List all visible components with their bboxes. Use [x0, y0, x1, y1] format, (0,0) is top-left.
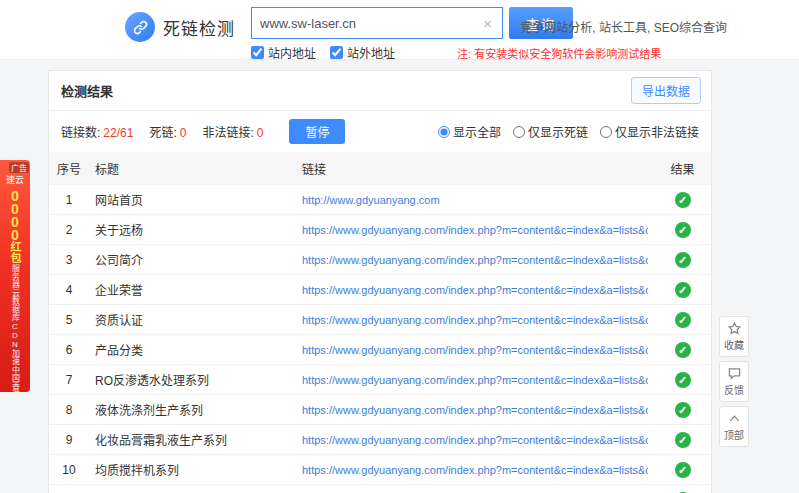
feedback-bubble-icon — [728, 367, 741, 380]
star-icon — [728, 322, 741, 335]
row-number: 11 — [49, 485, 89, 493]
table-row: 3 公司简介 https://www.gdyuanyang.com/index.… — [49, 245, 711, 275]
ad-line: 服务器 — [10, 264, 21, 288]
filter-dead-only[interactable]: 仅显示死链 — [513, 123, 588, 140]
row-number: 6 — [49, 335, 89, 365]
url-input-box: × — [251, 7, 503, 39]
feedback-label: 反馈 — [724, 382, 744, 397]
row-number: 3 — [49, 245, 89, 275]
success-check-icon: ✓ — [675, 432, 691, 448]
app-logo: 死链检测 — [125, 12, 235, 42]
export-data-button[interactable]: 导出数据 — [631, 77, 701, 104]
checkbox-internal-address[interactable]: 站内地址 — [251, 44, 316, 61]
row-number: 9 — [49, 425, 89, 455]
col-header-no: 序号 — [49, 152, 89, 185]
row-link[interactable]: https://www.gdyuanyang.com/index.php?m=c… — [302, 314, 648, 326]
table-header-row: 序号 标题 链接 结果 — [49, 152, 711, 185]
nav-separator: , — [592, 21, 599, 35]
results-panel: 检测结果 导出数据 链接数:22/61 死链:0 非法链接:0 暂停 显示全部 … — [48, 70, 712, 493]
row-link[interactable]: https://www.gdyuanyang.com/index.php?m=c… — [302, 374, 648, 386]
row-title: 公司简介 — [89, 245, 296, 275]
row-title: RO反渗透水处理系列 — [89, 365, 296, 395]
row-link[interactable]: https://www.gdyuanyang.com/index.php?m=c… — [302, 254, 648, 266]
internal-address-checkbox[interactable] — [251, 46, 264, 59]
nav-separator: , — [647, 21, 654, 35]
links-count: 链接数:22/61 — [61, 123, 133, 140]
success-check-icon: ✓ — [675, 342, 691, 358]
success-check-icon: ✓ — [675, 282, 691, 298]
back-to-top-button[interactable]: 顶部 — [719, 406, 749, 447]
row-title: 资质认证 — [89, 305, 296, 335]
row-number: 8 — [49, 395, 89, 425]
row-link[interactable]: https://www.gdyuanyang.com/index.php?m=c… — [302, 404, 648, 416]
row-title: 液体洗涤剂生产系列 — [89, 395, 296, 425]
ad-line: 中国香港 — [10, 366, 21, 392]
nav-link-webmaster-tools[interactable]: 站长工具 — [599, 21, 647, 35]
success-check-icon: ✓ — [675, 462, 691, 478]
row-number: 7 — [49, 365, 89, 395]
table-row: 11 储罐 https://www.gdyuanyang.com/index.p… — [49, 485, 711, 493]
dead-links-label: 死链: — [149, 126, 176, 140]
chain-link-icon — [125, 12, 155, 42]
filter-show-all[interactable]: 显示全部 — [438, 123, 501, 140]
row-link[interactable]: https://www.gdyuanyang.com/index.php?m=c… — [302, 434, 648, 446]
ad-big-number: 0000 — [7, 188, 23, 240]
row-title: 企业荣誉 — [89, 275, 296, 305]
success-check-icon: ✓ — [675, 222, 691, 238]
nav-link-seo-query[interactable]: SEO综合查询 — [654, 21, 727, 35]
row-title: 化妆品膏霜乳液生产系列 — [89, 425, 296, 455]
row-number: 4 — [49, 275, 89, 305]
row-title: 网站首页 — [89, 185, 296, 215]
filter-illegal-only-radio[interactable] — [600, 126, 612, 138]
row-title: 关于远杨 — [89, 215, 296, 245]
filter-label: 显示全部 — [453, 123, 501, 140]
clear-input-icon[interactable]: × — [481, 15, 494, 32]
favorite-label: 收藏 — [724, 337, 744, 352]
filter-illegal-only[interactable]: 仅显示非法链接 — [600, 123, 699, 140]
dead-links-count: 死链:0 — [149, 123, 186, 140]
success-check-icon: ✓ — [675, 312, 691, 328]
filter-show-all-radio[interactable] — [438, 126, 450, 138]
warning-note: 注: 有安装类似安全狗软件会影响测试结果 — [457, 45, 661, 61]
success-check-icon: ✓ — [675, 372, 691, 388]
filter-dead-only-radio[interactable] — [513, 126, 525, 138]
row-link[interactable]: https://www.gdyuanyang.com/index.php?m=c… — [302, 284, 648, 296]
row-title: 储罐 — [89, 485, 296, 493]
nav-link-competitor-analysis[interactable]: 竞争网站分析 — [520, 21, 592, 35]
row-link[interactable]: https://www.gdyuanyang.com/index.php?m=c… — [302, 464, 648, 476]
links-count-value: 22/61 — [103, 126, 133, 140]
col-header-result: 结果 — [654, 152, 711, 185]
row-link[interactable]: http://www.gdyuanyang.com — [302, 194, 648, 206]
top-header: 死链检测 × 查询 站内地址 站外地址 注: 有安装类似安全狗软件会影响测试结果… — [0, 0, 799, 60]
col-header-title: 标题 — [89, 152, 296, 185]
row-link[interactable]: https://www.gdyuanyang.com/index.php?m=c… — [302, 344, 648, 356]
filter-label: 仅显示死链 — [528, 123, 588, 140]
table-row: 7 RO反渗透水处理系列 https://www.gdyuanyang.com/… — [49, 365, 711, 395]
ad-line: 云数据库 — [10, 289, 21, 321]
chevron-up-icon — [728, 412, 741, 425]
links-count-label: 链接数: — [61, 126, 100, 140]
ad-tag: 广告 — [9, 162, 29, 173]
results-title: 检测结果 — [61, 84, 113, 99]
row-link[interactable]: https://www.gdyuanyang.com/index.php?m=c… — [302, 224, 648, 236]
pause-button[interactable]: 暂停 — [289, 119, 345, 144]
side-ad-banner[interactable]: 广告 速云 0000 红包 服务器 云数据库 CDN加速 中国香港 美国 欧洲 — [0, 160, 30, 392]
table-row: 1 网站首页 http://www.gdyuanyang.com ✓ — [49, 185, 711, 215]
floating-toolbar: 收藏 反馈 顶部 — [719, 316, 749, 447]
favorite-button[interactable]: 收藏 — [719, 316, 749, 357]
checkbox-external-address[interactable]: 站外地址 — [330, 44, 395, 61]
feedback-button[interactable]: 反馈 — [719, 361, 749, 402]
illegal-links-label: 非法链接: — [202, 126, 253, 140]
external-address-checkbox[interactable] — [330, 46, 343, 59]
row-number: 10 — [49, 455, 89, 485]
address-options: 站内地址 站外地址 注: 有安装类似安全狗软件会影响测试结果 — [251, 44, 661, 61]
table-row: 9 化妆品膏霜乳液生产系列 https://www.gdyuanyang.com… — [49, 425, 711, 455]
dead-links-value: 0 — [180, 126, 187, 140]
ad-highlight: 红包 — [7, 241, 23, 263]
results-panel-header: 检测结果 导出数据 — [49, 71, 711, 111]
row-number: 2 — [49, 215, 89, 245]
checkbox-label: 站外地址 — [347, 44, 395, 61]
filter-label: 仅显示非法链接 — [615, 123, 699, 140]
url-input[interactable] — [260, 16, 481, 31]
illegal-links-value: 0 — [257, 126, 264, 140]
